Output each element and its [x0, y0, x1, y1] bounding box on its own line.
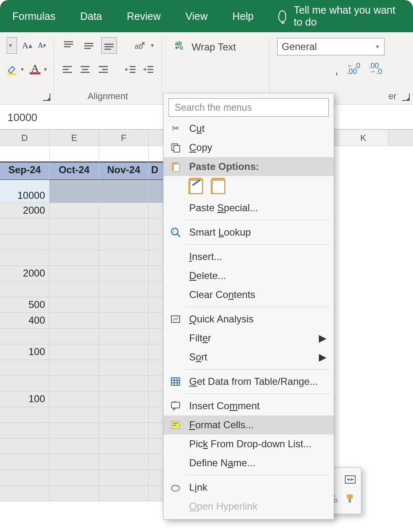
- menu-format-cells[interactable]: Format Cells...: [164, 415, 334, 434]
- svg-rect-29: [173, 164, 179, 172]
- svg-text:ab: ab: [135, 42, 143, 50]
- wrap-text-button[interactable]: ab↵c Wrap Text: [169, 37, 263, 57]
- header-partial[interactable]: D: [149, 162, 165, 180]
- number-format-dropdown[interactable]: General ▼: [277, 38, 385, 55]
- menu-search-input[interactable]: Search the menus: [169, 98, 329, 117]
- scissors-icon: ✂: [169, 123, 182, 134]
- cell-d-100b[interactable]: 100: [0, 391, 50, 407]
- comment-icon: +: [169, 401, 182, 411]
- align-right-button[interactable]: [97, 61, 109, 78]
- align-center-button[interactable]: [78, 61, 91, 78]
- svg-line-31: [177, 234, 180, 237]
- decrease-indent-button[interactable]: [124, 61, 137, 78]
- menu-sort[interactable]: Sort▶: [164, 348, 334, 367]
- formula-bar-value: 10000: [7, 111, 37, 124]
- tab-data[interactable]: Data: [80, 10, 102, 22]
- orientation-dropdown[interactable]: ▼: [150, 43, 155, 48]
- menu-delete[interactable]: Delete...: [164, 266, 334, 285]
- grow-font-button[interactable]: A▴: [22, 37, 32, 54]
- menu-clear-contents[interactable]: Clear Contents: [164, 285, 334, 304]
- cell-d-500[interactable]: 500: [0, 297, 50, 313]
- column-header-f[interactable]: F: [99, 130, 149, 146]
- cell-d-2000[interactable]: 2000: [0, 203, 50, 219]
- mini-merge-button[interactable]: [344, 472, 356, 487]
- decrease-decimal-button[interactable]: .00→.0: [368, 63, 382, 77]
- align-left-button[interactable]: [61, 61, 74, 78]
- increase-decimal-button[interactable]: ←.0.00: [347, 63, 360, 77]
- column-header-k[interactable]: K: [339, 130, 388, 146]
- font-dialog-launcher[interactable]: [43, 93, 50, 101]
- fill-color-dropdown[interactable]: ▼: [20, 67, 25, 72]
- font-color-button[interactable]: A: [30, 61, 40, 78]
- menu-paste-special[interactable]: Paste Special...: [164, 198, 334, 217]
- paste-all-button[interactable]: [188, 178, 203, 194]
- number-format-value: General: [282, 41, 317, 52]
- shrink-font-button[interactable]: A▾: [37, 37, 47, 54]
- menu-define-name[interactable]: Define Name...: [164, 453, 334, 472]
- fill-color-button[interactable]: [7, 61, 17, 78]
- copy-icon: [169, 142, 182, 153]
- column-header-e[interactable]: E: [50, 130, 99, 146]
- header-sep[interactable]: Sep-24: [0, 162, 50, 180]
- svg-rect-47: [345, 476, 355, 483]
- increase-indent-button[interactable]: [142, 61, 155, 78]
- svg-rect-27: [174, 146, 180, 152]
- number-dialog-launcher[interactable]: [402, 93, 410, 101]
- tell-me-label: Tell me what you want to do: [294, 4, 401, 28]
- svg-rect-52: [349, 499, 351, 503]
- tab-review[interactable]: Review: [127, 10, 161, 22]
- menu-smart-lookup[interactable]: i Smart Lookup: [164, 223, 334, 242]
- magnifier-icon: i: [169, 227, 182, 238]
- format-cells-icon: [169, 420, 182, 430]
- menu-open-hyperlink: Open Hyperlink: [164, 497, 334, 516]
- orientation-button[interactable]: ab: [132, 37, 147, 54]
- svg-rect-0: [7, 73, 17, 75]
- menu-pick-from-list[interactable]: Pick From Drop-down List...: [164, 434, 334, 453]
- alignment-group: ab ▼ Alignment: [54, 32, 161, 104]
- align-bottom-button[interactable]: [101, 37, 116, 54]
- chevron-right-icon: ▶: [319, 351, 326, 363]
- menu-get-data[interactable]: Get Data from Table/Range...: [164, 372, 334, 391]
- comma-style-button[interactable]: ,: [335, 63, 338, 77]
- alignment-label: Alignment: [88, 91, 128, 102]
- header-nov[interactable]: Nov-24: [99, 162, 149, 180]
- header-oct[interactable]: Oct-24: [50, 162, 99, 180]
- mini-format-painter[interactable]: [344, 491, 356, 506]
- menu-copy[interactable]: Copy: [164, 138, 334, 157]
- cell-d-400[interactable]: 400: [0, 313, 50, 329]
- cell-d-100[interactable]: 100: [0, 344, 50, 360]
- wrap-text-label: Wrap Text: [192, 41, 236, 53]
- tell-me[interactable]: Tell me what you want to do: [278, 4, 401, 28]
- menu-cut[interactable]: ✂ Cut: [164, 119, 334, 138]
- column-header-d[interactable]: D: [0, 130, 50, 146]
- svg-point-30: [171, 228, 178, 235]
- table-icon: [169, 376, 182, 387]
- menu-link[interactable]: Link: [164, 478, 334, 497]
- menu-paste-options[interactable]: Paste Options:: [164, 157, 334, 176]
- cell-d-2000b[interactable]: 2000: [0, 266, 50, 282]
- tab-help[interactable]: Help: [233, 10, 254, 22]
- svg-text:+: +: [173, 401, 176, 405]
- ribbon-tabs: Formulas Data Review View Help Tell me w…: [0, 0, 413, 32]
- align-top-button[interactable]: [61, 37, 76, 54]
- link-icon: [169, 482, 182, 493]
- paste-icon: [169, 161, 182, 172]
- cell-d-10000[interactable]: 10000: [0, 180, 50, 203]
- tab-view[interactable]: View: [185, 10, 208, 22]
- paste-values-button[interactable]: [211, 178, 225, 194]
- menu-insert-comment[interactable]: + Insert Comment: [164, 396, 334, 415]
- menu-search-placeholder: Search the menus: [175, 102, 252, 113]
- wrap-text-icon: ab↵c: [175, 41, 187, 53]
- svg-rect-34: [171, 378, 180, 385]
- context-menu: Search the menus ✂ Cut Copy Paste Option…: [163, 93, 334, 520]
- font-color-dropdown[interactable]: ▼: [43, 67, 48, 72]
- tab-formulas[interactable]: Formulas: [12, 10, 55, 22]
- align-middle-button[interactable]: [81, 37, 96, 54]
- quick-analysis-icon: [169, 314, 182, 324]
- font-dropdown[interactable]: ▼: [7, 37, 17, 54]
- menu-filter[interactable]: Filter▶: [164, 329, 334, 348]
- lightbulb-icon: [278, 10, 286, 22]
- menu-insert[interactable]: Insert...: [164, 247, 334, 266]
- menu-quick-analysis[interactable]: Quick Analysis: [164, 310, 334, 329]
- svg-text:i: i: [173, 229, 174, 234]
